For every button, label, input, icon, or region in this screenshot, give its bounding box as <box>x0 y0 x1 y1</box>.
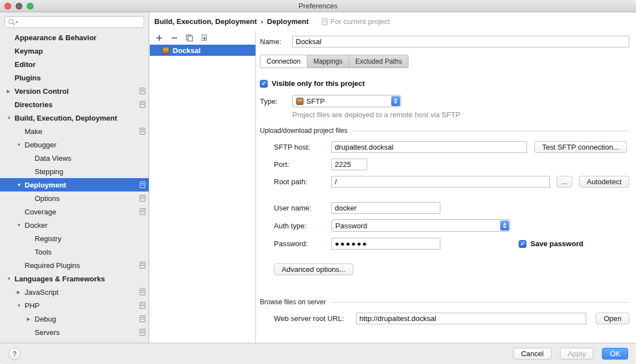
upload-section-separator: Upload/download project files <box>260 127 629 135</box>
web-root-label: Web server root URL: <box>274 314 356 323</box>
search-options-caret-icon[interactable]: ▾ <box>16 20 18 25</box>
tree-right-arrow-icon[interactable]: ▶ <box>16 290 25 295</box>
project-config-icon <box>140 88 145 94</box>
port-input[interactable] <box>331 159 367 170</box>
ok-button[interactable]: OK <box>602 348 628 360</box>
sidebar-item-stepping[interactable]: Stepping <box>0 165 149 178</box>
root-path-input[interactable] <box>331 176 550 188</box>
sidebar-item-label: Make <box>25 127 42 136</box>
sidebar-item-make[interactable]: Make <box>0 124 149 138</box>
save-password-checkbox[interactable] <box>519 240 526 248</box>
sidebar-item-deployment[interactable]: ▼Deployment <box>0 178 149 191</box>
tree-down-arrow-icon[interactable]: ▼ <box>16 223 25 228</box>
add-icon <box>155 34 163 42</box>
server-name-input[interactable] <box>292 36 629 47</box>
add-server-button[interactable] <box>155 33 164 42</box>
sidebar-item-docker[interactable]: ▼Docker <box>0 218 149 232</box>
sidebar-item-label: Debugger <box>25 141 56 149</box>
user-name-label: User name: <box>274 204 331 212</box>
select-arrows-icon <box>391 96 400 106</box>
import-server-config-button[interactable] <box>200 33 209 42</box>
browse-root-path-button[interactable]: ... <box>557 176 572 188</box>
sidebar-item-php[interactable]: ▼PHP <box>0 299 149 312</box>
sidebar-item-label: Version Control <box>15 87 69 95</box>
web-root-input[interactable] <box>356 313 586 324</box>
project-config-icon <box>140 329 145 336</box>
sidebar-item-build-execution-deployment[interactable]: ▼Build, Execution, Deployment <box>0 111 149 124</box>
port-label: Port: <box>274 160 331 169</box>
root-path-row: Root path: ... Autodetect <box>274 176 629 188</box>
tree-down-arrow-icon[interactable]: ▼ <box>6 276 15 281</box>
sidebar-item-debugger[interactable]: ▼Debugger <box>0 138 149 151</box>
remove-server-button[interactable] <box>170 33 179 42</box>
sidebar-item-javascript[interactable]: ▶JavaScript <box>0 285 149 299</box>
project-config-icon <box>140 208 145 215</box>
browse-section-label: Browse files on server <box>260 298 326 306</box>
password-label: Password: <box>274 240 331 248</box>
tab-connection[interactable]: Connection <box>260 55 307 68</box>
sidebar-item-label: Editor <box>15 60 36 69</box>
main-panel: Build, Execution, Deployment › Deploymen… <box>150 12 636 343</box>
tree-down-arrow-icon[interactable]: ▼ <box>16 183 25 188</box>
sidebar-item-plugins[interactable]: Plugins <box>0 71 149 84</box>
tab-mappings[interactable]: Mappings <box>307 55 349 68</box>
sftp-host-input[interactable] <box>331 141 527 153</box>
titlebar: Preferences <box>0 0 636 12</box>
copy-icon <box>186 34 193 42</box>
apply-button[interactable]: Apply <box>560 348 594 360</box>
sidebar-item-languages-frameworks[interactable]: ▼Languages & Frameworks <box>0 272 149 285</box>
project-config-icon <box>140 315 145 322</box>
test-sftp-connection-button[interactable]: Test SFTP connection... <box>534 141 627 153</box>
help-button[interactable]: ? <box>8 348 21 360</box>
port-row: Port: <box>274 159 629 170</box>
sidebar-item-label: Tools <box>35 248 51 256</box>
tree-down-arrow-icon[interactable]: ▼ <box>16 303 25 308</box>
server-item-docksal[interactable]: Docksal <box>150 45 255 56</box>
cancel-button[interactable]: Cancel <box>513 348 551 360</box>
sidebar-item-data-views[interactable]: Data Views <box>0 151 149 165</box>
visible-only-label: Visible only for this project <box>272 79 365 88</box>
visible-only-checkbox[interactable] <box>260 80 268 88</box>
type-help-text: Project files are deployed to a remote h… <box>292 111 629 119</box>
copy-server-button[interactable] <box>185 33 194 42</box>
autodetect-button[interactable]: Autodetect <box>579 176 629 188</box>
breadcrumb-parent[interactable]: Build, Execution, Deployment <box>154 17 257 26</box>
tree-right-arrow-icon[interactable]: ▶ <box>26 317 35 322</box>
sidebar-item-options[interactable]: Options <box>0 191 149 205</box>
sidebar-item-servers[interactable]: Servers <box>0 325 149 339</box>
user-name-row: User name: <box>274 202 629 214</box>
breadcrumb-current[interactable]: Deployment <box>267 17 308 26</box>
sidebar-item-keymap[interactable]: Keymap <box>0 44 149 58</box>
tree-right-arrow-icon[interactable]: ▶ <box>6 89 15 94</box>
dialog-footer: ? Cancel Apply OK <box>0 343 636 364</box>
type-select[interactable]: SFTP <box>292 95 401 107</box>
server-list-toolbar <box>150 31 255 45</box>
search-icon <box>8 18 15 26</box>
settings-search-input[interactable] <box>20 17 144 27</box>
sidebar-item-tools[interactable]: Tools <box>0 245 149 258</box>
open-url-button[interactable]: Open <box>596 313 629 324</box>
sidebar-item-coverage[interactable]: Coverage <box>0 205 149 218</box>
tree-down-arrow-icon[interactable]: ▼ <box>6 116 15 121</box>
sidebar-item-appearance-behavior[interactable]: Appearance & Behavior <box>0 31 149 44</box>
auth-type-select[interactable]: Password <box>331 219 510 232</box>
sidebar-item-debug[interactable]: ▶Debug <box>0 312 149 325</box>
scope-indicator: For current project <box>322 17 390 26</box>
tree-down-arrow-icon[interactable]: ▼ <box>16 142 25 147</box>
sidebar-item-required-plugins[interactable]: Required Plugins <box>0 258 149 272</box>
sidebar-item-registry[interactable]: Registry <box>0 232 149 245</box>
sftp-host-row: SFTP host: Test SFTP connection... <box>274 141 629 153</box>
sidebar-item-editor[interactable]: Editor <box>0 58 149 71</box>
sidebar-item-version-control[interactable]: ▶Version Control <box>0 84 149 98</box>
tab-excluded-paths[interactable]: Excluded Paths <box>349 55 409 68</box>
user-name-input[interactable] <box>331 202 440 214</box>
save-password-label: Save password <box>530 240 583 248</box>
footer-buttons: Cancel Apply OK <box>505 348 628 360</box>
advanced-options-button[interactable]: Advanced options... <box>274 264 353 275</box>
sidebar-item-directories[interactable]: Directories <box>0 98 149 111</box>
password-input[interactable] <box>331 238 440 250</box>
search-box[interactable]: ▾ <box>4 16 144 28</box>
project-config-icon <box>140 128 145 135</box>
type-value: SFTP <box>306 97 325 106</box>
name-label: Name: <box>260 37 292 46</box>
